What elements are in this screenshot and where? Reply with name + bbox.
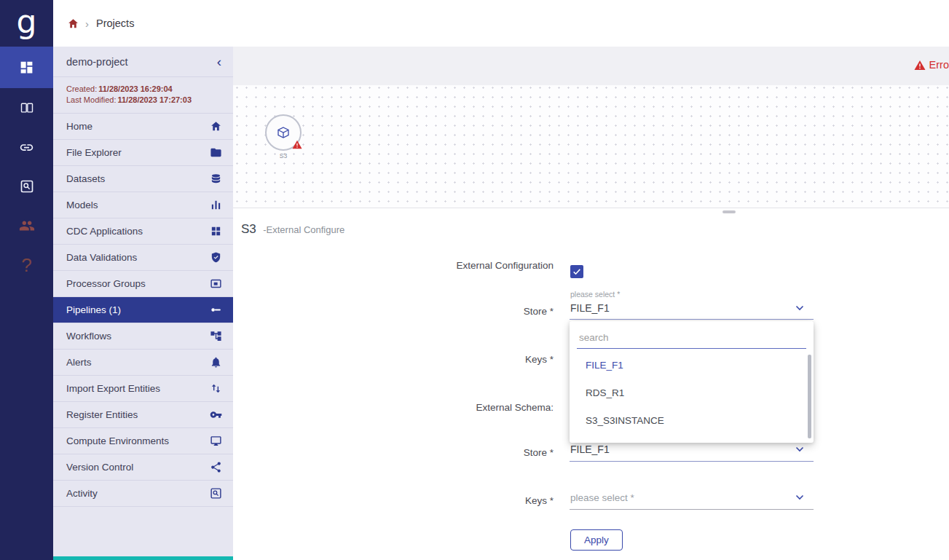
dropdown-search-input[interactable] bbox=[577, 327, 806, 349]
monitor-icon bbox=[210, 435, 222, 447]
sidebar-item-workflows[interactable]: Workflows bbox=[53, 323, 233, 350]
dropdown-option-file-f1[interactable]: FILE_F1 bbox=[570, 352, 814, 379]
dropdown-option-s3-s3instance[interactable]: S3_S3INSTANCE bbox=[570, 407, 814, 435]
rail-item-search[interactable] bbox=[0, 167, 53, 206]
modified-line: Last Modified:11/28/2023 17:27:03 bbox=[66, 95, 220, 106]
rail-item-library[interactable] bbox=[0, 88, 53, 127]
folder-icon bbox=[210, 146, 222, 159]
panel-title: S3 -External Configure bbox=[241, 222, 344, 237]
rail-item-help[interactable]: ? bbox=[0, 245, 53, 285]
project-sidebar: demo-project ‹ Created:11/28/2023 16:29:… bbox=[53, 47, 233, 560]
breadcrumb-separator: › bbox=[85, 17, 89, 30]
errors-label: Erro bbox=[929, 59, 949, 71]
store-select-dropdown: FILE_F1 RDS_R1 S3_S3INSTANCE bbox=[570, 321, 814, 443]
sidebar-item-label: Alerts bbox=[66, 357, 92, 368]
sidebar-item-register-entities[interactable]: Register Entities bbox=[53, 402, 233, 428]
activity-search-icon bbox=[210, 487, 222, 500]
sidebar-item-data-validations[interactable]: Data Validations bbox=[53, 245, 233, 271]
sidebar-item-label: Data Validations bbox=[66, 252, 137, 263]
home-icon bbox=[210, 120, 222, 133]
sidebar-item-compute-environments[interactable]: Compute Environments bbox=[53, 428, 233, 454]
sidebar-item-datasets[interactable]: Datasets bbox=[53, 166, 233, 192]
keys2-placeholder[interactable]: please select * bbox=[570, 492, 634, 503]
sidebar-item-cdc-applications[interactable]: CDC Applications bbox=[53, 218, 233, 245]
sidebar-item-label: Models bbox=[66, 200, 98, 210]
breadcrumb-home-icon[interactable] bbox=[67, 17, 79, 30]
sidebar-item-models[interactable]: Models bbox=[53, 192, 233, 218]
store2-underline bbox=[570, 461, 814, 462]
store2-label: Store * bbox=[320, 447, 554, 458]
bar-chart-icon bbox=[210, 199, 222, 211]
keys2-underline bbox=[570, 509, 814, 510]
canvas-toolbar: Erro bbox=[233, 47, 949, 85]
sidebar-item-label: Processor Groups bbox=[66, 278, 146, 289]
sidebar-item-version-control[interactable]: Version Control bbox=[53, 454, 233, 481]
top-bar: › Projects bbox=[53, 0, 949, 47]
apply-button[interactable]: Apply bbox=[570, 529, 623, 551]
keys2-label: Keys * bbox=[320, 495, 554, 506]
dropdown-options: FILE_F1 RDS_R1 S3_S3INSTANCE bbox=[570, 352, 814, 435]
shield-check-icon bbox=[210, 251, 222, 264]
panel-drag-handle[interactable] bbox=[722, 210, 736, 213]
keys2-chevron-down-icon[interactable] bbox=[795, 494, 804, 500]
dropdown-search bbox=[577, 327, 806, 349]
link-icon bbox=[19, 140, 34, 155]
rail-item-users[interactable] bbox=[0, 206, 53, 245]
search-box-icon bbox=[20, 179, 34, 194]
main-area: Erro S3 S3 -External Configure External … bbox=[233, 47, 949, 560]
app-rail: g ? bbox=[0, 0, 53, 560]
rail-item-connections[interactable] bbox=[0, 127, 53, 167]
sidebar-item-label: Compute Environments bbox=[66, 435, 169, 446]
sidebar-footer-bar bbox=[53, 556, 233, 560]
project-header: demo-project ‹ bbox=[53, 47, 233, 77]
bell-icon bbox=[210, 356, 222, 368]
s3-node[interactable] bbox=[265, 114, 302, 151]
sidebar-item-pipelines[interactable]: Pipelines (1) bbox=[53, 297, 233, 323]
book-icon bbox=[20, 100, 34, 115]
breadcrumb-current[interactable]: Projects bbox=[96, 17, 134, 29]
app-logo[interactable]: g bbox=[0, 0, 53, 47]
store1-chevron-down-icon[interactable] bbox=[795, 305, 804, 311]
pipeline-canvas[interactable]: S3 bbox=[233, 85, 949, 208]
dropdown-option-rds-r1[interactable]: RDS_R1 bbox=[570, 379, 814, 407]
key-icon bbox=[210, 409, 222, 421]
store1-label: Store * bbox=[320, 306, 554, 317]
sidebar-item-home[interactable]: Home bbox=[53, 114, 233, 140]
dropdown-scrollbar[interactable] bbox=[808, 355, 811, 438]
sidebar-item-label: File Explorer bbox=[66, 147, 122, 158]
pipeline-icon bbox=[210, 304, 222, 316]
external-schema-label: External Schema: bbox=[320, 402, 554, 413]
rail-item-dashboard[interactable] bbox=[0, 47, 53, 88]
dashboard-icon bbox=[19, 60, 34, 75]
external-configuration-checkbox[interactable] bbox=[570, 265, 583, 278]
sidebar-item-label: Datasets bbox=[66, 173, 105, 184]
panel-title-node: S3 bbox=[241, 222, 256, 236]
project-meta: Created:11/28/2023 16:29:04 Last Modifie… bbox=[53, 77, 233, 114]
sidebar-item-label: Home bbox=[66, 121, 92, 132]
cube-icon bbox=[276, 126, 291, 140]
sidebar-item-label: Version Control bbox=[66, 462, 133, 473]
sidebar-item-label: Import Export Entities bbox=[66, 383, 160, 394]
node-label: S3 bbox=[265, 152, 302, 159]
workflow-icon bbox=[210, 330, 222, 342]
store2-value[interactable]: FILE_F1 bbox=[570, 443, 610, 455]
store2-chevron-down-icon[interactable] bbox=[795, 446, 804, 452]
grid-icon bbox=[210, 225, 222, 237]
sidebar-item-label: Pipelines (1) bbox=[66, 304, 121, 315]
sidebar-collapse-icon[interactable]: ‹ bbox=[217, 55, 221, 68]
keys1-label: Keys * bbox=[320, 354, 554, 365]
sidebar-item-label: CDC Applications bbox=[66, 226, 143, 237]
project-name: demo-project bbox=[66, 56, 128, 68]
people-icon bbox=[19, 218, 35, 234]
database-icon bbox=[210, 173, 222, 185]
panel-subtitle: -External Configure bbox=[263, 224, 344, 235]
sidebar-item-activity[interactable]: Activity bbox=[53, 481, 233, 507]
store1-value[interactable]: FILE_F1 bbox=[570, 302, 610, 314]
box-in-box-icon bbox=[210, 277, 222, 290]
sidebar-item-file-explorer[interactable]: File Explorer bbox=[53, 140, 233, 166]
sidebar-item-import-export-entities[interactable]: Import Export Entities bbox=[53, 376, 233, 402]
errors-button[interactable]: Erro bbox=[914, 59, 949, 71]
sidebar-item-processor-groups[interactable]: Processor Groups bbox=[53, 271, 233, 297]
sidebar-item-alerts[interactable]: Alerts bbox=[53, 350, 233, 376]
sidebar-item-label: Register Entities bbox=[66, 409, 138, 420]
